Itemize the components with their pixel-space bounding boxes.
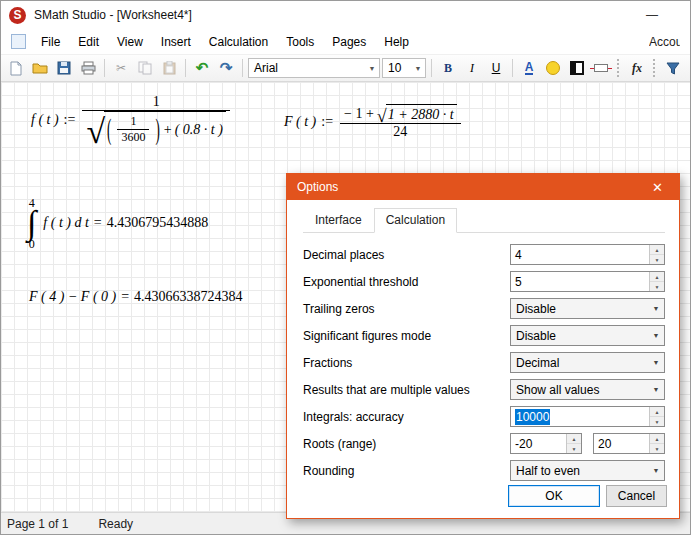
field-label: Significant figures mode (303, 329, 510, 343)
menu-account[interactable]: Account (649, 35, 680, 49)
field-label: Rounding (303, 464, 510, 478)
spin-buttons[interactable]: ▲ ▼ (649, 407, 664, 426)
spin-down-icon[interactable]: ▼ (567, 444, 581, 453)
save-icon[interactable] (53, 57, 75, 79)
roots-min-stepper[interactable]: -20 ▲ ▼ (510, 433, 582, 454)
open-folder-icon[interactable] (29, 57, 51, 79)
spin-down-icon[interactable]: ▼ (650, 282, 664, 291)
fraction-numerator: − 1 + √ 1 + 2880 · t (340, 104, 461, 123)
spin-up-icon[interactable]: ▲ (650, 407, 664, 417)
paren-close: ) (155, 111, 159, 148)
formula-f-definition[interactable]: f ( t ) := 1 √ ( 1 3600 ) + (31, 94, 232, 145)
menu-edit[interactable]: Edit (69, 31, 108, 53)
font-color-button[interactable]: A (518, 57, 540, 79)
menu-calculation[interactable]: Calculation (200, 31, 277, 53)
difference-result: 4.43066338724384 (134, 289, 243, 305)
bold-button[interactable]: B (437, 57, 459, 79)
dialog-titlebar[interactable]: Options ✕ (287, 174, 679, 200)
numerator-prefix: − 1 + (344, 106, 374, 122)
redo-icon[interactable]: ↷ (215, 57, 237, 79)
minimize-button[interactable]: — (636, 6, 668, 24)
spin-up-icon[interactable]: ▲ (650, 245, 664, 255)
field-label: Results that are multiple values (303, 383, 510, 397)
cut-icon[interactable]: ✂ (110, 57, 132, 79)
equals-sign: = (94, 215, 102, 231)
italic-button[interactable]: I (461, 57, 483, 79)
toolbar-separator (104, 59, 105, 77)
significant-figures-select[interactable]: Disable ▼ (510, 325, 665, 346)
spin-down-icon[interactable]: ▼ (650, 417, 664, 426)
dash-box-icon (594, 64, 608, 72)
close-icon[interactable]: ✕ (646, 178, 669, 197)
window-title: SMath Studio - [Worksheet4*] (34, 8, 636, 22)
integrals-accuracy-stepper[interactable]: 10000 ▲ ▼ (510, 406, 665, 427)
filter-icon[interactable] (662, 57, 684, 79)
fraction: − 1 + √ 1 + 2880 · t 24 (340, 104, 461, 140)
tab-interface[interactable]: Interface (303, 208, 374, 233)
math-lhs: F ( t ) (284, 114, 316, 130)
menu-tools[interactable]: Tools (277, 31, 323, 53)
options-dialog: Options ✕ Interface Calculation Decimal … (286, 173, 680, 519)
underline-button[interactable]: U (485, 57, 507, 79)
paren-open: ( (107, 111, 111, 148)
row-roots-range: Roots (range) -20 ▲ ▼ 20 ▲ ▼ (303, 430, 665, 457)
spin-up-icon[interactable]: ▲ (650, 434, 664, 444)
spin-down-icon[interactable]: ▼ (650, 444, 664, 453)
square-root: √ ( 1 3600 ) + ( 0.8 · t ) (86, 111, 225, 145)
menu-insert[interactable]: Insert (152, 31, 200, 53)
trailing-zeros-select[interactable]: Disable ▼ (510, 298, 665, 319)
spin-buttons[interactable]: ▲ ▼ (649, 245, 664, 264)
fractions-select[interactable]: Decimal ▼ (510, 352, 665, 373)
formula-integral[interactable]: 4 ∫ 0 f ( t ) d t = 4.4306795434888 (27, 197, 208, 250)
fraction-numerator: 1 (149, 94, 164, 110)
toolbar-separator (431, 59, 432, 77)
menu-view[interactable]: View (108, 31, 152, 53)
spin-buttons[interactable]: ▲ ▼ (566, 434, 581, 453)
copy-icon[interactable] (134, 57, 156, 79)
tab-calculation[interactable]: Calculation (374, 208, 457, 233)
spin-up-icon[interactable]: ▲ (650, 272, 664, 282)
exponential-threshold-stepper[interactable]: 5 ▲ ▼ (510, 271, 665, 292)
field-value: 20 (594, 437, 649, 451)
highlight-color-icon[interactable] (542, 57, 564, 79)
font-family-value: Arial (254, 61, 278, 75)
border-button[interactable] (566, 57, 588, 79)
window-titlebar[interactable]: S SMath Studio - [Worksheet4*] — (1, 1, 690, 29)
dialog-tabs: Interface Calculation (303, 208, 665, 233)
spin-buttons[interactable]: ▲ ▼ (649, 272, 664, 291)
separator-insert-button[interactable] (590, 57, 612, 79)
decimal-places-stepper[interactable]: 4 ▲ ▼ (510, 244, 665, 265)
function-button[interactable]: fx (626, 57, 648, 79)
chevron-down-icon: ▼ (648, 467, 664, 474)
roots-max-stepper[interactable]: 20 ▲ ▼ (593, 433, 665, 454)
ok-button[interactable]: OK (508, 485, 600, 507)
spin-up-icon[interactable]: ▲ (567, 434, 581, 444)
square-root: √ 1 + 2880 · t (377, 104, 457, 123)
formula-difference[interactable]: F ( 4 ) − F ( 0 ) = 4.43066338724384 (29, 289, 243, 305)
print-icon[interactable] (77, 57, 99, 79)
new-page-icon[interactable] (5, 57, 27, 79)
menu-pages[interactable]: Pages (323, 31, 375, 53)
font-family-combo[interactable]: Arial ▼ (248, 58, 380, 78)
menu-help[interactable]: Help (375, 31, 418, 53)
toolbar-grip (653, 59, 657, 77)
field-value: 5 (511, 275, 649, 289)
font-size-combo[interactable]: 10 ▼ (382, 58, 426, 78)
undo-icon[interactable]: ↶ (191, 57, 213, 79)
inner-denominator: 3600 (117, 130, 149, 145)
toolbar-grip (617, 59, 621, 77)
spin-buttons[interactable]: ▲ ▼ (649, 434, 664, 453)
smath-logo-icon: S (9, 7, 26, 24)
rounding-select[interactable]: Half to even ▼ (510, 460, 665, 481)
row-rounding: Rounding Half to even ▼ (303, 457, 665, 484)
spin-down-icon[interactable]: ▼ (650, 255, 664, 264)
cancel-button[interactable]: Cancel (606, 485, 667, 507)
paste-icon[interactable] (158, 57, 180, 79)
menu-file[interactable]: File (32, 31, 69, 53)
multiple-values-select[interactable]: Show all values ▼ (510, 379, 665, 400)
document-icon[interactable] (11, 34, 26, 49)
formula-F-definition[interactable]: F ( t ) := − 1 + √ 1 + 2880 · t 24 (284, 104, 463, 140)
inner-numerator: 1 (126, 114, 140, 129)
menu-bar: File Edit View Insert Calculation Tools … (1, 29, 690, 55)
row-decimal-places: Decimal places 4 ▲ ▼ (303, 241, 665, 268)
